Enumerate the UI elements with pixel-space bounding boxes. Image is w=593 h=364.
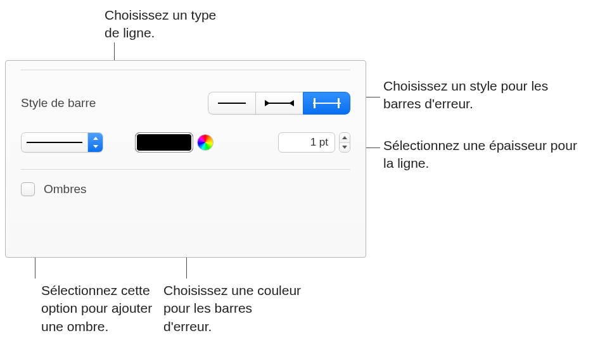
callout-bar-style: Choisissez un style pour les barres d'er… bbox=[383, 77, 580, 113]
error-bar-style-segmented bbox=[208, 92, 350, 115]
shadow-label: Ombres bbox=[44, 182, 87, 196]
callout-color: Choisissez une couleur pour les barres d… bbox=[163, 282, 303, 336]
section-title: Style de barre bbox=[21, 96, 96, 110]
divider bbox=[21, 169, 350, 170]
divider bbox=[21, 70, 350, 70]
line-type-popup[interactable] bbox=[21, 132, 103, 153]
line-thickness-control bbox=[278, 132, 350, 153]
stepper-up[interactable] bbox=[340, 133, 350, 142]
line-thickness-field[interactable] bbox=[278, 132, 335, 153]
bar-style-panel: Style de barre bbox=[5, 60, 366, 258]
stepper-down[interactable] bbox=[340, 142, 350, 153]
triangle-left-icon bbox=[265, 100, 270, 106]
callout-line-type: Choisissez un type de ligne. bbox=[105, 6, 231, 42]
popup-arrows-icon bbox=[87, 133, 103, 152]
solid-line-icon bbox=[27, 142, 82, 143]
error-bar-style-line[interactable] bbox=[208, 92, 255, 115]
line-icon bbox=[218, 103, 246, 104]
line-thickness-stepper bbox=[339, 132, 350, 153]
cap-left-icon bbox=[314, 98, 316, 108]
color-controls bbox=[135, 132, 214, 153]
shadow-checkbox[interactable] bbox=[21, 182, 35, 196]
color-well[interactable] bbox=[135, 132, 193, 153]
callout-shadow: Sélectionnez cette option pour ajouter u… bbox=[41, 282, 155, 336]
error-bar-style-caps[interactable] bbox=[303, 92, 350, 115]
callout-thickness: Sélectionnez une épaisseur pour la ligne… bbox=[383, 137, 580, 173]
error-bar-style-arrows[interactable] bbox=[255, 92, 303, 115]
color-wheel-icon[interactable] bbox=[197, 134, 214, 151]
triangle-right-icon bbox=[289, 100, 294, 106]
cap-line-icon bbox=[313, 103, 341, 104]
cap-right-icon bbox=[338, 98, 340, 108]
